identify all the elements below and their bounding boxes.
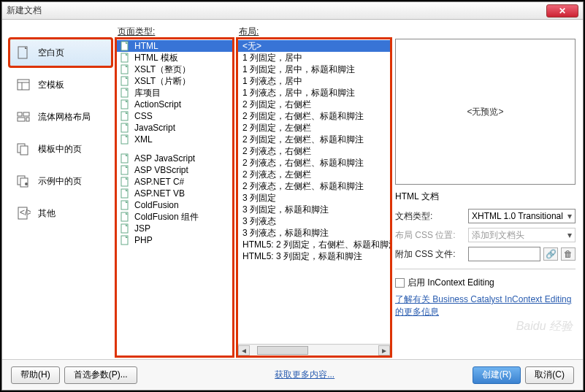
layout-item[interactable]: 2 列固定，左侧栏 [238,122,390,134]
nav-page-from-sample[interactable]: 示例中的页 [9,167,112,195]
layout-item[interactable]: 2 列固定，左侧栏、标题和脚注 [238,134,390,145]
ice-learn-more-link[interactable]: 了解有关 Business Catalyst InContext Editing… [395,293,576,318]
file-icon [120,123,130,133]
page-type-item[interactable]: XSLT（整页） [117,64,232,75]
page-type-item[interactable]: PHP [117,234,232,246]
file-icon [120,53,130,63]
css-position-row: 布局 CSS 位置: 添加到文档头 ▾ [395,228,576,242]
layout-item[interactable]: 2 列液态，左侧栏、标题和脚注 [238,180,390,192]
layout-item[interactable]: 3 列液态，标题和脚注 [238,227,390,239]
create-button[interactable]: 创建(R) [473,366,521,384]
enable-ice-row[interactable]: 启用 InContext Editing [395,277,576,289]
layout-item-label: 2 列固定，左侧栏、标题和脚注 [242,134,364,146]
page-type-item[interactable]: HTML [117,40,232,52]
nav-label: 空白页 [38,47,64,59]
page-type-list[interactable]: HTMLHTML 模板XSLT（整页）XSLT（片断）库项目ActionScri… [116,39,233,356]
layout-item[interactable]: 1 列固定，居中，标题和脚注 [238,64,390,75]
layout-item[interactable]: 2 列液态，左侧栏 [238,169,390,180]
page-type-item[interactable]: ColdFusion 组件 [117,211,232,223]
page-type-item-label: HTML [134,41,158,51]
layout-item[interactable]: 1 列液态，居中，标题和脚注 [238,87,390,99]
page-type-item[interactable]: ActionScript [117,99,232,110]
dialog-footer: 帮助(H) 首选参数(P)... 获取更多内容... 创建(R) 取消(C) [2,359,583,390]
file-icon [120,212,130,222]
layout-item[interactable]: 2 列固定，右侧栏、标题和脚注 [238,110,390,122]
left-nav: 空白页 空模板 流体网格布局 模板中的页 示例中的页 </> 其他 [9,26,112,356]
layout-item[interactable]: 1 列固定，居中 [238,52,390,64]
doctype-select[interactable]: XHTML 1.0 Transitional ▾ [468,209,576,223]
link-icon: 🔗 [546,249,557,259]
template-page-icon [15,142,32,156]
file-icon [120,165,130,175]
page-type-item[interactable]: HTML 模板 [117,52,232,64]
layout-item-label: 2 列液态，右侧栏 [242,145,311,158]
nav-other[interactable]: </> 其他 [9,199,112,227]
enable-ice-checkbox[interactable] [395,278,405,288]
layout-item-label: 1 列液态，居中，标题和脚注 [242,87,355,99]
layout-item[interactable]: 3 列固定 [238,192,390,204]
file-icon [120,188,130,199]
horizontal-scrollbar[interactable]: ◂ ▸ [238,344,390,356]
trash-icon: 🗑 [564,249,573,259]
layout-item[interactable]: 2 列液态，右侧栏 [238,145,390,157]
scroll-track[interactable] [250,345,378,356]
page-type-item-label: 库项目 [134,87,161,99]
page-type-item[interactable]: ASP VBScript [117,164,232,176]
page-type-item[interactable]: ASP JavaScript [117,153,232,164]
svg-text:</>: </> [20,207,31,218]
svg-rect-7 [26,118,29,121]
page-type-item[interactable]: 库项目 [117,87,232,99]
svg-point-12 [25,182,28,185]
page-type-item[interactable]: CSS [117,110,232,122]
page-type-item[interactable]: ASP.NET VB [117,188,232,199]
close-button[interactable]: ✕ [546,4,578,18]
layout-item-label: 1 列液态，居中 [242,75,302,88]
cancel-button[interactable]: 取消(C) [525,366,574,384]
titlebar: 新建文档 ✕ [2,2,583,20]
page-type-item[interactable]: XML [117,134,232,145]
layout-item-label: 3 列液态 [242,215,276,228]
preferences-button[interactable]: 首选参数(P)... [64,366,137,384]
code-icon: </> [15,206,32,220]
get-more-content-link[interactable]: 获取更多内容... [275,369,334,381]
doctype-row: 文档类型: XHTML 1.0 Transitional ▾ [395,209,576,223]
layout-item-label: 2 列液态，左侧栏、标题和脚注 [242,180,364,193]
scroll-thumb[interactable] [257,346,308,355]
dialog-body: 空白页 空模板 流体网格布局 模板中的页 示例中的页 </> 其他 [2,20,583,359]
layout-item[interactable]: HTML5: 3 列固定，标题和脚注 [238,250,390,262]
nav-fluid-grid[interactable]: 流体网格布局 [9,103,112,131]
layout-item[interactable]: HTML5: 2 列固定，右侧栏、标题和脚注 [238,239,390,250]
nav-label: 流体网格布局 [38,111,91,123]
attach-css-field[interactable] [468,247,540,261]
page-type-item-label: CSS [134,111,153,121]
sample-page-icon [15,174,32,188]
nav-blank-page[interactable]: 空白页 [9,39,112,66]
page-type-item[interactable]: ASP.NET C# [117,176,232,188]
layout-item[interactable]: 3 列固定，标题和脚注 [238,204,390,215]
layout-item-label: 2 列液态，右侧栏、标题和脚注 [242,157,364,169]
layout-item[interactable]: <无> [238,40,390,52]
page-type-item[interactable]: JavaScript [117,122,232,134]
page-type-item-label: XSLT（整页） [134,64,191,76]
page-type-item[interactable]: JSP [117,223,232,234]
scroll-left-icon[interactable]: ◂ [238,345,250,356]
layout-column: 布局: <无>1 列固定，居中1 列固定，居中，标题和脚注1 列液态，居中1 列… [237,26,391,356]
link-css-button[interactable]: 🔗 [543,247,558,261]
layout-item-label: HTML5: 3 列固定，标题和脚注 [242,250,362,263]
grid-icon [15,109,32,124]
layout-item[interactable]: 2 列液态，右侧栏、标题和脚注 [238,157,390,169]
nav-blank-template[interactable]: 空模板 [9,71,112,99]
page-type-item[interactable]: ColdFusion [117,199,232,211]
layout-item-label: 2 列固定，右侧栏、标题和脚注 [242,110,364,123]
page-type-item-label: XML [134,134,153,145]
page-type-item[interactable]: XSLT（片断） [117,75,232,87]
scroll-right-icon[interactable]: ▸ [378,345,390,356]
remove-css-button[interactable]: 🗑 [561,247,576,261]
layout-list[interactable]: <无>1 列固定，居中1 列固定，居中，标题和脚注1 列液态，居中1 列液态，居… [237,39,391,356]
layout-item[interactable]: 3 列液态 [238,215,390,227]
nav-page-from-template[interactable]: 模板中的页 [9,135,112,163]
help-button[interactable]: 帮助(H) [11,366,60,384]
layout-item[interactable]: 1 列液态，居中 [238,75,390,87]
nav-label: 模板中的页 [38,143,82,155]
layout-item[interactable]: 2 列固定，右侧栏 [238,99,390,110]
